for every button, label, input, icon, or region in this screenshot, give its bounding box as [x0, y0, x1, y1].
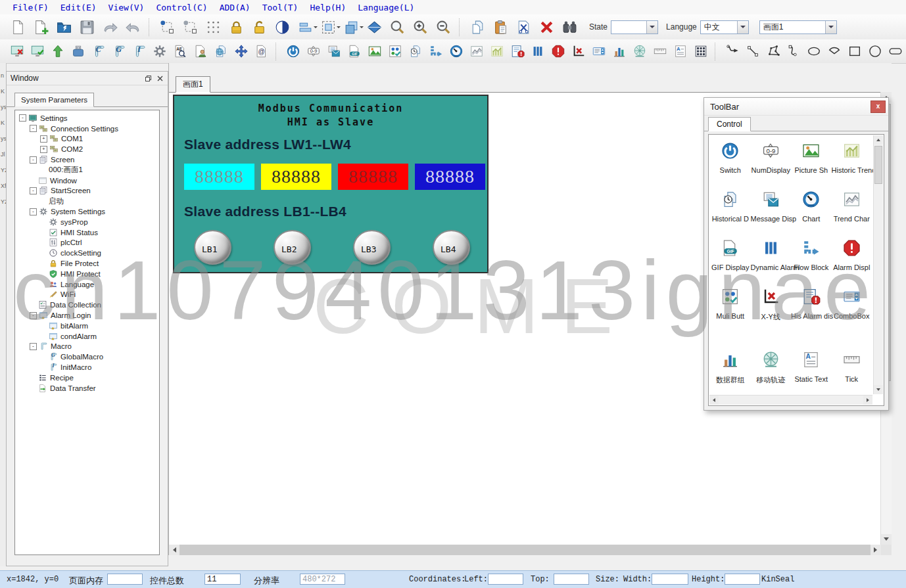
tool-muli-butt[interactable]: Muli Butt	[710, 284, 751, 333]
macro-i-icon[interactable]: I	[130, 42, 149, 60]
draw-rounded-rect-icon[interactable]	[886, 42, 905, 60]
report-icon[interactable]	[691, 42, 710, 60]
zoom-out-icon[interactable]	[433, 16, 454, 37]
menu-control-c[interactable]: Control(C)	[150, 2, 213, 13]
static-text-icon[interactable]	[671, 42, 690, 60]
num-display-icon[interactable]	[304, 42, 323, 60]
tree-item-000-画面1[interactable]: 000:画面1	[15, 165, 159, 175]
tick-icon[interactable]	[650, 42, 669, 60]
collapse-icon[interactable]: -	[30, 343, 37, 350]
layer-icon[interactable]	[341, 16, 362, 37]
draw-line-icon[interactable]	[743, 42, 762, 60]
collapse-icon[interactable]: -	[19, 114, 26, 122]
tool-historic-trend[interactable]: Historic Trend	[832, 139, 872, 187]
tree-item-settings[interactable]: -Settings	[15, 113, 159, 124]
tool-tick[interactable]: Tick	[832, 348, 872, 396]
toolbox-scroll-thumb[interactable]	[874, 146, 882, 184]
tab-control[interactable]: Control	[708, 117, 751, 131]
scroll-down-button[interactable]	[881, 534, 892, 545]
scroll-right-button[interactable]	[863, 396, 872, 405]
tool-dynamic-alarm[interactable]: Dynamic Alarm	[751, 236, 792, 284]
collapse-icon[interactable]: -	[30, 208, 37, 215]
trend-chart-icon[interactable]	[467, 42, 486, 60]
draw-rectangle-icon[interactable]	[845, 42, 864, 60]
tree-item-data-transfer[interactable]: Data Transfer	[15, 383, 159, 394]
tree-item-hmi-status[interactable]: HMI Status	[15, 227, 159, 238]
menu-add-a[interactable]: ADD(A)	[214, 2, 256, 13]
height-field[interactable]	[725, 574, 760, 585]
usb-download-icon[interactable]	[68, 42, 87, 60]
offline-simulation-icon[interactable]	[7, 42, 26, 60]
tool-chart[interactable]: Chart	[791, 187, 832, 236]
tree-item-plcctrl[interactable]: plcCtrl	[15, 238, 159, 248]
expand-icon[interactable]: +	[40, 146, 47, 153]
delete-icon[interactable]	[536, 16, 558, 37]
tool-numdisplay[interactable]: NumDisplay	[751, 139, 792, 187]
online-simulation-icon[interactable]	[28, 42, 47, 60]
tree-item-condalarm[interactable]: condAlarm	[15, 331, 159, 342]
undo-icon[interactable]	[122, 16, 144, 37]
menu-tool-t[interactable]: Tool(T)	[256, 2, 304, 13]
tree-item-com2[interactable]: +COM2	[15, 144, 159, 154]
tree-item-screen[interactable]: -Screen	[15, 154, 159, 165]
historic-trend-icon[interactable]	[487, 42, 506, 60]
tool-trend-char[interactable]: Trend Char	[832, 187, 872, 236]
collapse-icon[interactable]: -	[30, 312, 37, 319]
scroll-up-button[interactable]	[874, 135, 883, 145]
alarm-display-icon[interactable]	[548, 42, 567, 60]
tool-移动轨迹[interactable]: 移动轨迹	[751, 348, 792, 396]
screen-select[interactable]: 画面1	[759, 20, 837, 34]
redo-icon[interactable]	[99, 16, 121, 37]
flip-icon[interactable]	[272, 16, 293, 37]
toolbox-horizontal-scrollbar[interactable]	[709, 395, 872, 405]
tree-item-sysprop[interactable]: sysProp	[15, 217, 159, 227]
user-doc-icon[interactable]	[191, 42, 210, 60]
draw-ellipse-icon[interactable]	[804, 42, 823, 60]
tree-item-wifi[interactable]: WiFi	[15, 290, 159, 300]
bit-button-lb3[interactable]: LB3	[353, 230, 391, 265]
tree-item-启动[interactable]: 启动	[15, 196, 159, 206]
picture-display-icon[interactable]	[365, 42, 384, 60]
cut-icon[interactable]	[513, 16, 535, 37]
scroll-down-button[interactable]	[874, 385, 883, 394]
tree-item-data-collection[interactable]: Data Collection	[15, 300, 159, 310]
new-screen-icon[interactable]	[30, 16, 52, 37]
tool-alarm-displ[interactable]: Alarm Displ	[832, 236, 872, 284]
find-icon[interactable]	[559, 16, 581, 37]
tool-gif-display[interactable]: GIF Display	[710, 236, 751, 284]
new-file-icon[interactable]	[7, 16, 29, 37]
close-panel-button[interactable]	[155, 74, 165, 83]
tree-item-hmi-protect[interactable]: HMI Protect	[15, 269, 159, 279]
tree-item-com1[interactable]: +COM1	[15, 134, 159, 145]
message-display-icon[interactable]	[324, 42, 343, 60]
menu-help-h[interactable]: Help(H)	[304, 2, 352, 13]
canvas-horizontal-scrollbar[interactable]	[169, 545, 881, 555]
draw-polyline-icon[interactable]	[723, 42, 742, 60]
tree-item-file-protect[interactable]: File Protect	[15, 258, 159, 269]
collapse-icon[interactable]: -	[30, 125, 37, 132]
draw-polygon-icon[interactable]	[763, 42, 782, 60]
state-select[interactable]	[611, 20, 658, 34]
gif-display-icon[interactable]	[345, 42, 364, 60]
align-icon[interactable]	[295, 16, 316, 37]
historical-data-icon[interactable]	[406, 42, 425, 60]
select-icon[interactable]	[156, 16, 178, 37]
tab-system-parameters[interactable]: System Parameters	[14, 93, 94, 107]
bit-button-lb1[interactable]: LB1	[194, 230, 231, 265]
lock-icon[interactable]	[226, 16, 247, 37]
dynamic-alarm-icon[interactable]	[528, 42, 547, 60]
zoom-in-icon[interactable]	[410, 16, 431, 37]
copy-icon[interactable]	[467, 16, 489, 37]
tree-item-clocksetting[interactable]: clockSetting	[15, 248, 159, 258]
combo-box-icon[interactable]	[589, 42, 608, 60]
grid-icon[interactable]	[203, 16, 224, 37]
data-group-icon[interactable]	[609, 42, 629, 60]
text-search-icon[interactable]	[170, 42, 189, 60]
menu-file-f[interactable]: File(F)	[7, 2, 55, 13]
paste-icon[interactable]	[490, 16, 512, 37]
macro-g-icon[interactable]: G	[109, 42, 128, 60]
xy-curve-icon[interactable]	[569, 42, 588, 60]
tree-item-system-settings[interactable]: -System Settings	[15, 206, 159, 217]
hmi-screen[interactable]: Modbus CommunicationHMI as Slave Slave a…	[173, 95, 489, 273]
num-display-lw2[interactable]: 88888	[261, 164, 331, 190]
